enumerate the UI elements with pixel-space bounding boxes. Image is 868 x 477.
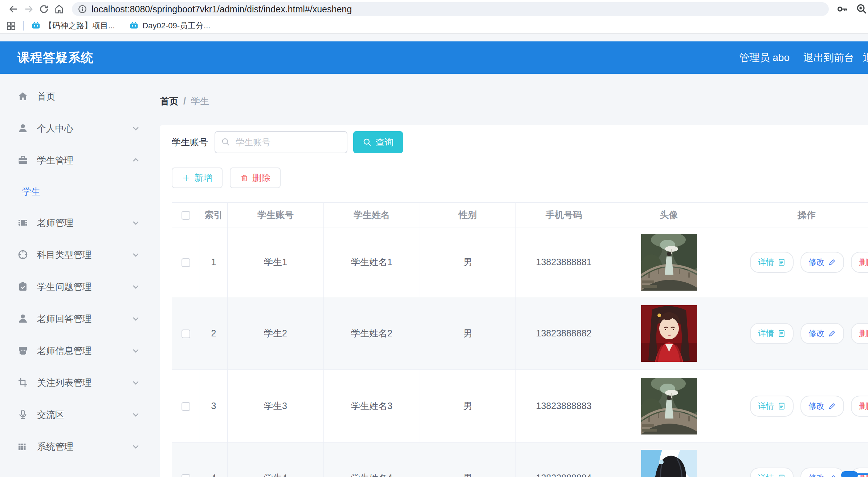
delete-button[interactable]: 删除 bbox=[230, 167, 281, 188]
document-icon bbox=[778, 474, 786, 477]
select-all-cell bbox=[172, 203, 200, 227]
apps-grid-icon[interactable] bbox=[7, 21, 16, 31]
table-row: 2 学生2 学生姓名2 男 13823888882 bbox=[172, 297, 868, 370]
delete-row-button[interactable]: 删除 bbox=[851, 252, 868, 273]
person-icon bbox=[17, 313, 28, 324]
search-icon bbox=[363, 138, 372, 147]
pen-icon bbox=[828, 330, 836, 337]
student-avatar-dark-hair-girl[interactable] bbox=[641, 450, 697, 477]
pen-icon bbox=[828, 474, 836, 477]
chevron-up-icon bbox=[132, 156, 140, 164]
col-gender: 性别 bbox=[420, 203, 516, 227]
partial-logout-link[interactable]: 退 bbox=[863, 51, 868, 65]
sidebar-subitem-student[interactable]: 学生 bbox=[0, 176, 150, 207]
col-actions: 操作 bbox=[726, 203, 868, 227]
query-button[interactable]: 查询 bbox=[353, 131, 403, 153]
screen: localhost:8080/springboot7vkr1/admin/dis… bbox=[0, 0, 868, 477]
info-icon[interactable] bbox=[78, 4, 87, 14]
bilibili-icon bbox=[31, 21, 41, 31]
breadcrumb: 首页 / 学生 bbox=[160, 95, 209, 107]
logout-to-front-link[interactable]: 退出到前台 bbox=[803, 51, 854, 65]
url-bar[interactable]: localhost:8080/springboot7vkr1/admin/dis… bbox=[72, 2, 829, 16]
bookmark-item[interactable]: 【码神之路】项目... bbox=[31, 20, 115, 31]
key-icon[interactable] bbox=[836, 3, 848, 15]
address-bar: localhost:8080/springboot7vkr1/admin/dis… bbox=[0, 0, 868, 18]
col-phone: 手机号码 bbox=[516, 203, 612, 227]
edit-button[interactable]: 修改 bbox=[800, 468, 844, 477]
sidebar-item-student-question-mgmt[interactable]: 学生问题管理 bbox=[0, 271, 150, 303]
sidebar-item-system-mgmt[interactable]: 系统管理 bbox=[0, 430, 150, 462]
edit-button[interactable]: 修改 bbox=[800, 323, 844, 344]
home-icon[interactable] bbox=[52, 1, 67, 17]
url-text: localhost:8080/springboot7vkr1/admin/dis… bbox=[91, 4, 352, 15]
student-avatar-umbrella-bridge[interactable] bbox=[641, 378, 697, 434]
chevron-down-icon bbox=[132, 411, 140, 419]
sidebar-item-personal-center[interactable]: 个人中心 bbox=[0, 112, 150, 144]
horizontal-scrollbar-track-edge bbox=[857, 473, 868, 475]
forward-icon[interactable] bbox=[21, 1, 36, 17]
sidebar-item-subject-type-mgmt[interactable]: 科目类型管理 bbox=[0, 239, 150, 271]
search-icon bbox=[221, 137, 231, 147]
app-title: 课程答疑系统 bbox=[17, 49, 94, 66]
admin-user-link[interactable]: 管理员 abo bbox=[739, 51, 790, 65]
bookmarks-bar: 【码神之路】项目... Day02-09-员工分... bbox=[0, 18, 868, 33]
app-header: 课程答疑系统 管理员 abo 退出到前台 退 bbox=[0, 41, 868, 74]
back-icon[interactable] bbox=[6, 1, 21, 17]
add-button[interactable]: 新增 bbox=[172, 167, 223, 188]
bookmark-label: 【码神之路】项目... bbox=[44, 20, 115, 31]
cell-account: 学生3 bbox=[228, 370, 324, 442]
col-index: 索引 bbox=[200, 203, 228, 227]
sidebar-item-teacher-mgmt[interactable]: 老师管理 bbox=[0, 207, 150, 239]
cell-phone: 13823888882 bbox=[516, 297, 612, 370]
sidebar-item-exchange-area[interactable]: 交流区 bbox=[0, 399, 150, 430]
breadcrumb-separator: / bbox=[183, 96, 186, 106]
row-checkbox[interactable] bbox=[182, 258, 190, 267]
table-header-row: 索引 学生账号 学生姓名 性别 手机号码 头像 操作 bbox=[172, 203, 868, 227]
detail-button[interactable]: 详情 bbox=[750, 396, 794, 417]
grid-icon bbox=[17, 441, 28, 452]
home-icon bbox=[17, 91, 28, 102]
pen-icon bbox=[828, 402, 836, 410]
cell-name: 学生姓名3 bbox=[324, 370, 420, 442]
edit-button[interactable]: 修改 bbox=[800, 396, 844, 417]
student-avatar-red-dress-girl[interactable] bbox=[641, 305, 697, 362]
sidebar-item-follow-list-mgmt[interactable]: 关注列表管理 bbox=[0, 367, 150, 399]
delete-row-button[interactable]: 删除 bbox=[851, 323, 868, 344]
detail-button[interactable]: 详情 bbox=[750, 323, 794, 344]
detail-button[interactable]: 详情 bbox=[750, 252, 794, 273]
row-checkbox[interactable] bbox=[182, 330, 190, 338]
row-checkbox[interactable] bbox=[182, 474, 190, 477]
chevron-down-icon bbox=[132, 442, 140, 450]
row-checkbox[interactable] bbox=[182, 402, 190, 411]
sidebar-item-student-mgmt[interactable]: 学生管理 bbox=[0, 144, 150, 176]
delete-row-button[interactable]: 删除 bbox=[851, 396, 868, 417]
col-account: 学生账号 bbox=[228, 203, 324, 227]
search-input[interactable] bbox=[215, 131, 347, 153]
student-avatar-umbrella-bridge[interactable] bbox=[641, 234, 697, 291]
table-row: 1 学生1 学生姓名1 男 13823888881 bbox=[172, 227, 868, 297]
table-row: 3 学生3 学生姓名3 男 13823888883 bbox=[172, 370, 868, 442]
content-card: 学生账号 查询 新增 删除 bbox=[160, 125, 868, 477]
cell-account: 学生1 bbox=[228, 227, 324, 297]
detail-button[interactable]: 详情 bbox=[750, 468, 794, 477]
bilibili-icon bbox=[129, 21, 139, 31]
sidebar-item-teacher-answer-mgmt[interactable]: 老师回答管理 bbox=[0, 303, 150, 335]
table-row: 4 学生4 学生姓名4 男 13823888884 bbox=[172, 442, 868, 477]
plus-icon bbox=[182, 174, 191, 182]
zoom-icon[interactable] bbox=[856, 3, 868, 15]
horizontal-scrollbar-thumb[interactable] bbox=[841, 471, 858, 477]
edit-button[interactable]: 修改 bbox=[800, 252, 844, 273]
cell-name: 学生姓名1 bbox=[324, 227, 420, 297]
briefcase-icon bbox=[17, 155, 28, 166]
bookmark-label: Day02-09-员工分... bbox=[142, 20, 210, 31]
shop-icon bbox=[17, 345, 28, 356]
select-all-checkbox[interactable] bbox=[182, 211, 190, 220]
chevron-down-icon bbox=[132, 379, 140, 387]
reload-icon[interactable] bbox=[36, 1, 52, 17]
breadcrumb-current: 学生 bbox=[191, 95, 209, 107]
breadcrumb-home[interactable]: 首页 bbox=[160, 95, 178, 107]
bookmark-item[interactable]: Day02-09-员工分... bbox=[129, 20, 210, 31]
sidebar-item-home[interactable]: 首页 bbox=[0, 80, 150, 112]
sidebar-item-teacher-info-mgmt[interactable]: 老师信息管理 bbox=[0, 335, 150, 367]
chevron-down-icon bbox=[132, 124, 140, 132]
